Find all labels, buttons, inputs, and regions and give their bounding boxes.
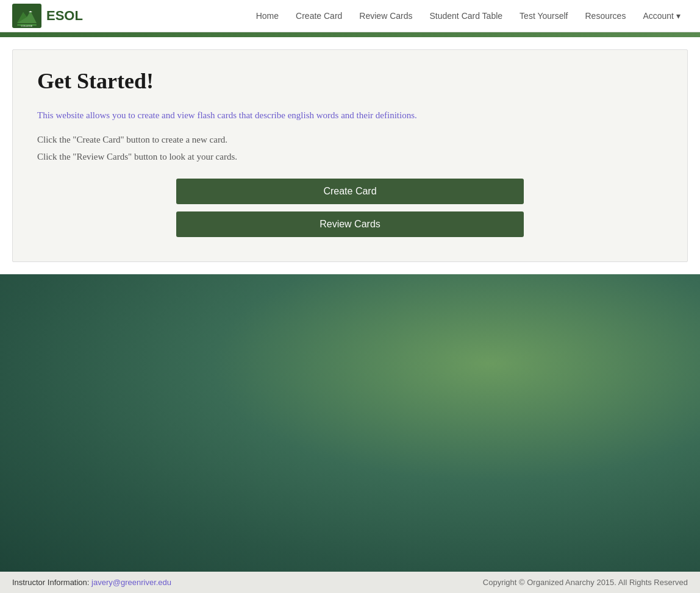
footer: Instructor Information: javery@greenrive… — [0, 572, 700, 593]
footer-left: Instructor Information: javery@greenrive… — [12, 578, 171, 587]
hero-buttons: Create Card Review Cards — [176, 179, 524, 237]
nav-link-resources[interactable]: Resources — [577, 7, 633, 24]
main-nav: Home Create Card Review Cards Student Ca… — [249, 7, 688, 24]
nav-link-home[interactable]: Home — [249, 7, 286, 24]
nav-item-test-yourself[interactable]: Test Yourself — [512, 10, 575, 21]
nav-item-resources[interactable]: Resources — [577, 10, 633, 21]
hero-instruction-1: Click the "Create Card" button to create… — [37, 132, 663, 147]
account-label: Account — [643, 11, 674, 21]
nav-item-student-card-table[interactable]: Student Card Table — [422, 10, 510, 21]
dropdown-arrow-icon: ▾ — [676, 11, 680, 21]
account-dropdown[interactable]: Account ▾ — [635, 7, 688, 24]
svg-text:COLLEGE: COLLEGE — [21, 24, 33, 27]
navbar: COLLEGE ESOL Home Create Card Review Car… — [0, 0, 700, 32]
nav-item-home[interactable]: Home — [249, 10, 286, 21]
footer-right: Copyright © Organized Anarchy 2015. All … — [483, 578, 688, 587]
brand-link[interactable]: COLLEGE ESOL — [12, 4, 83, 28]
hero-intro: This website allows you to create and vi… — [37, 108, 663, 123]
create-card-button[interactable]: Create Card — [176, 179, 524, 204]
nav-link-test-yourself[interactable]: Test Yourself — [512, 7, 575, 24]
copyright-text: Copyright © Organized Anarchy 2015. All … — [483, 578, 688, 587]
hero-card: Get Started! This website allows you to … — [12, 49, 688, 262]
green-stripe — [0, 32, 700, 37]
green-background-section — [0, 274, 700, 572]
brand-logo-icon: COLLEGE — [12, 4, 41, 28]
nav-item-create-card[interactable]: Create Card — [288, 10, 349, 21]
brand-name: ESOL — [46, 8, 83, 24]
main-wrapper: Get Started! This website allows you to … — [0, 37, 700, 572]
nav-item-account[interactable]: Account ▾ — [635, 7, 688, 24]
nav-link-review-cards[interactable]: Review Cards — [352, 7, 420, 24]
nav-link-student-card-table[interactable]: Student Card Table — [422, 7, 510, 24]
nav-link-create-card[interactable]: Create Card — [288, 7, 349, 24]
instructor-email[interactable]: javery@greenriver.edu — [91, 578, 171, 587]
review-cards-button[interactable]: Review Cards — [176, 211, 524, 237]
hero-instruction-2: Click the "Review Cards" button to look … — [37, 149, 663, 164]
nav-item-review-cards[interactable]: Review Cards — [352, 10, 420, 21]
hero-heading: Get Started! — [37, 68, 663, 94]
instructor-label: Instructor Information: — [12, 578, 89, 587]
